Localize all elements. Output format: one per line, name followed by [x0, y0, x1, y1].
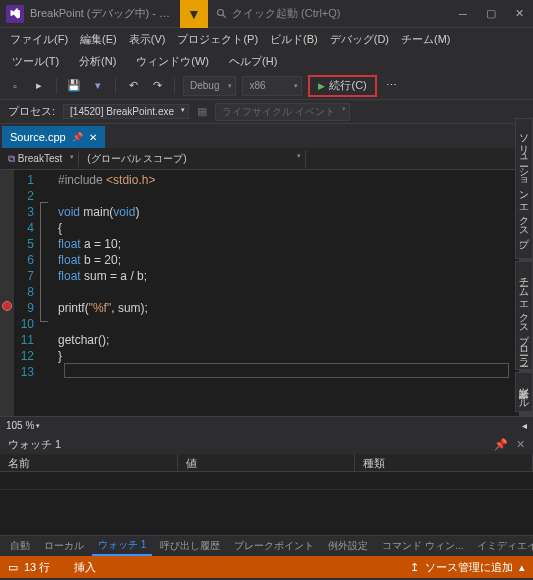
process-label: プロセス: [8, 104, 55, 119]
status-source-icon[interactable]: ↥ [410, 561, 419, 574]
menu-item[interactable]: 表示(V) [125, 30, 170, 49]
line-gutter: 12345678910111213 [14, 170, 40, 416]
config-combo[interactable]: Debug [183, 76, 236, 96]
code-editor[interactable]: 12345678910111213 #include <stdio.h> voi… [0, 170, 533, 416]
status-source-control[interactable]: ソース管理に追加 [425, 560, 513, 575]
menu-item[interactable]: ヘルプ(H) [225, 52, 281, 71]
watch-title: ウォッチ 1 [8, 437, 61, 452]
watch-window: ウォッチ 1 📌 ✕ 名前値種類 [0, 434, 533, 536]
menu-item[interactable]: ウィンドウ(W) [132, 52, 213, 71]
bottom-tab[interactable]: ブレークポイント [228, 537, 320, 555]
side-tab[interactable]: ソリューション エクスプ... [515, 118, 533, 259]
watch-row[interactable] [0, 472, 533, 490]
menu-item[interactable]: ファイル(F) [6, 30, 72, 49]
platform-combo[interactable]: x86 [242, 76, 302, 96]
svg-point-0 [218, 9, 224, 15]
navigation-bar: ⧉ BreakTest (グローバル スコープ) + [0, 148, 533, 170]
watch-close-icon[interactable]: ✕ [516, 438, 525, 451]
watch-column-header[interactable]: 種類 [355, 454, 533, 471]
project-combo[interactable]: ⧉ BreakTest [0, 151, 79, 167]
scope-combo[interactable]: (グローバル スコープ) [79, 150, 306, 168]
continue-label: 続行(C) [329, 78, 366, 93]
pin-tool-icon[interactable]: 📌 [494, 438, 508, 451]
tab-label: Source.cpp [10, 131, 66, 143]
menu-item[interactable]: 分析(N) [75, 52, 120, 71]
title-bar: BreakPoint (デバッグ中) - Microsoft... ▼ クイック… [0, 0, 533, 28]
bottom-tab[interactable]: 呼び出し履歴 [154, 537, 226, 555]
notification-flag-icon[interactable]: ▼ [180, 0, 208, 28]
status-bar: ▭ 13 行 挿入 ↥ ソース管理に追加 ▴ [0, 556, 533, 578]
play-icon: ▶ [318, 81, 325, 91]
quick-launch[interactable]: クイック起動 (Ctrl+Q) [216, 6, 340, 21]
watch-column-header[interactable]: 値 [178, 454, 356, 471]
code-area[interactable]: #include <stdio.h> void main(void){ floa… [40, 170, 519, 416]
save-all-icon[interactable]: ▾ [89, 77, 107, 95]
minimize-button[interactable]: ─ [449, 0, 477, 28]
tab-close-icon[interactable]: ✕ [89, 132, 97, 143]
file-tab[interactable]: Source.cpp 📌 ✕ [2, 126, 105, 148]
process-combo[interactable]: [14520] BreakPoint.exe [63, 104, 189, 119]
menubar-row1: ファイル(F)編集(E)表示(V)プロジェクト(P)ビルド(B)デバッグ(D)チ… [0, 28, 533, 50]
status-mode: 挿入 [74, 560, 96, 575]
nav-back-icon[interactable]: ◦ [6, 77, 24, 95]
window-controls: ─ ▢ ✕ [449, 0, 533, 28]
bottom-tab[interactable]: ウォッチ 1 [92, 536, 152, 556]
breakpoint-icon[interactable] [2, 301, 12, 311]
save-icon[interactable]: 💾 [65, 77, 83, 95]
status-source-chevron-icon[interactable]: ▴ [519, 561, 525, 574]
bottom-tab[interactable]: 例外設定 [322, 537, 374, 555]
editor-tabstrip: Source.cpp 📌 ✕ ▾ [0, 124, 533, 148]
watch-column-header[interactable]: 名前 [0, 454, 178, 471]
bottom-tool-tabs: 自動ローカルウォッチ 1呼び出し履歴ブレークポイント例外設定コマンド ウィン..… [0, 536, 533, 556]
status-doc-icon: ▭ [8, 561, 18, 574]
menubar-row2: ツール(T)分析(N)ウィンドウ(W)ヘルプ(H) [0, 50, 533, 72]
menu-item[interactable]: チーム(M) [397, 30, 455, 49]
menu-item[interactable]: ビルド(B) [266, 30, 322, 49]
main-toolbar: ◦ ▸ 💾 ▾ ↶ ↷ Debug x86 ▶ 続行(C) ⋯ [0, 72, 533, 100]
bottom-tab[interactable]: イミディエイト ウ... [471, 537, 533, 555]
quick-launch-placeholder: クイック起動 (Ctrl+Q) [232, 6, 340, 21]
zoom-bar: 105 % ▾ ◂ [0, 416, 533, 434]
side-tab[interactable]: 診断ツール [515, 372, 533, 412]
nav-fwd-icon[interactable]: ▸ [30, 77, 48, 95]
window-title: BreakPoint (デバッグ中) - Microsoft... [30, 6, 170, 21]
zoom-level[interactable]: 105 % [6, 420, 34, 431]
bottom-tab[interactable]: ローカル [38, 537, 90, 555]
menu-item[interactable]: ツール(T) [8, 52, 63, 71]
toolbar-more-icon[interactable]: ⋯ [383, 77, 401, 95]
side-tool-tabs: ソリューション エクスプ...チーム エクスプローラー診断ツール [515, 118, 533, 414]
bottom-tab[interactable]: コマンド ウィン... [376, 537, 469, 555]
vs-logo-icon [6, 5, 24, 23]
watch-body[interactable] [0, 472, 533, 536]
status-line: 13 行 [24, 560, 50, 575]
lifecycle-combo[interactable]: ライフサイクル イベント [215, 103, 350, 121]
continue-button[interactable]: ▶ 続行(C) [308, 75, 376, 97]
menu-item[interactable]: 編集(E) [76, 30, 121, 49]
maximize-button[interactable]: ▢ [477, 0, 505, 28]
breakpoint-margin[interactable] [0, 170, 14, 416]
pin-icon[interactable]: 📌 [72, 132, 83, 142]
undo-icon[interactable]: ↶ [124, 77, 142, 95]
svg-line-1 [223, 14, 226, 17]
process-bar: プロセス: [14520] BreakPoint.exe ▦ ライフサイクル イ… [0, 100, 533, 124]
member-combo[interactable] [306, 157, 533, 161]
watch-header-row: 名前値種類 [0, 454, 533, 472]
menu-item[interactable]: デバッグ(D) [326, 30, 393, 49]
side-tab[interactable]: チーム エクスプローラー [515, 261, 533, 370]
redo-icon[interactable]: ↷ [148, 77, 166, 95]
bottom-tab[interactable]: 自動 [4, 537, 36, 555]
close-button[interactable]: ✕ [505, 0, 533, 28]
menu-item[interactable]: プロジェクト(P) [173, 30, 262, 49]
